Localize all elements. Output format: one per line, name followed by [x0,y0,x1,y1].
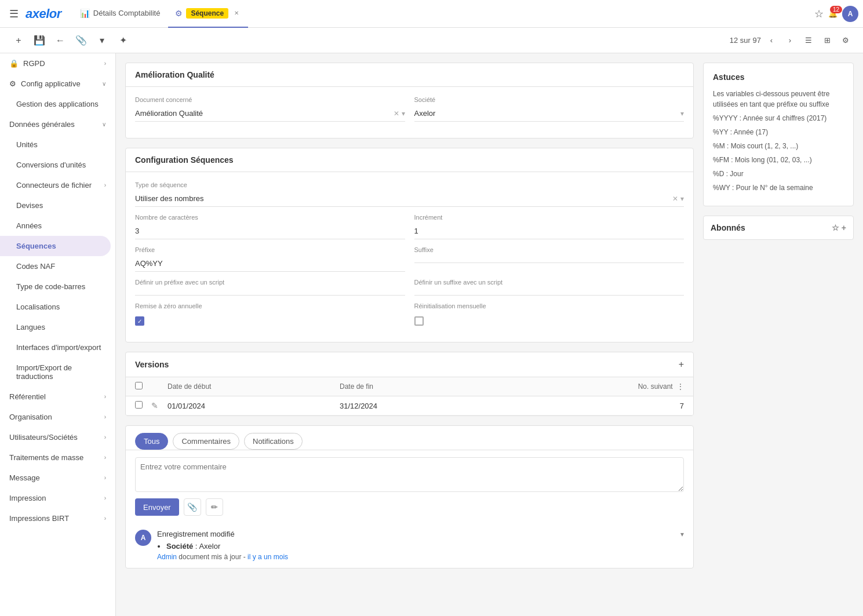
content-inner: Amélioration Qualité Document concerné A… [125,63,854,568]
sidebar-item-type-code-barres[interactable]: Type de code-barres [0,276,115,297]
sidebar-item-conversions-unites[interactable]: Conversions d'unités [0,155,115,175]
config-icon: ⚙ [9,79,16,88]
sidebar-item-message[interactable]: Message › [0,468,115,488]
add-button[interactable]: + [9,31,28,50]
sidebar-item-codes-naf[interactable]: Codes NAF [0,256,115,276]
suffixe-script-label: Définir un suffixe avec un script [414,279,684,286]
subscribers-add-icon[interactable]: + [842,223,846,232]
doc-concerne-icons: ✕ ▾ [394,110,405,118]
suffixe-script-field[interactable] [414,288,684,296]
sidebar-item-gestion-applications[interactable]: Gestion des applications [0,94,115,114]
sidebar-item-sequences[interactable]: Séquences [0,236,111,256]
sidebar-item-langues[interactable]: Langues [0,317,115,337]
type-sequence-field[interactable]: Utiliser des nombres ✕ ▾ [135,191,684,207]
next-page-button[interactable]: › [782,32,798,49]
sidebar-item-connecteurs-fichier[interactable]: Connecteurs de fichier › [0,175,115,195]
edit-row-icon[interactable]: ✎ [151,401,158,410]
sidebar-label-type-code: Type de code-barres [16,282,85,291]
envoyer-button[interactable]: Envoyer [135,498,179,516]
societe-label: Société [414,96,684,103]
sidebar-item-referentiel[interactable]: Référentiel › [0,387,115,407]
tip-item-2: %YY : Année (17) [713,127,844,137]
sidebar-item-traitements-masse[interactable]: Traitements de masse › [0,447,115,468]
suffixe-label: Suffixe [414,246,684,253]
sidebar-item-config-applicative[interactable]: ⚙ Config applicative ∨ [0,74,115,94]
dropdown-doc-icon[interactable]: ▾ [402,110,405,118]
prefixe-script-field[interactable] [135,288,405,296]
tab-sequence-close[interactable]: ✕ [232,9,241,18]
card-body: Document concerné Amélioration Qualité ✕… [126,87,693,138]
tab-sequence[interactable]: ⚙ Séquence ✕ [168,0,248,28]
save-button[interactable]: 💾 [30,31,49,50]
sidebar-item-donnees-generales[interactable]: Données générales ∨ [0,114,115,134]
comment-expand-icon[interactable]: ▾ [680,530,684,538]
prev-page-button[interactable]: ‹ [763,32,780,49]
sidebar-item-annees[interactable]: Années [0,216,115,236]
settings-button[interactable]: ⚙ [837,32,854,49]
versions-header: Versions + [126,352,693,377]
prefixe-field[interactable]: AQ%YY [135,256,405,272]
comment-time-link[interactable]: il y a un mois [247,553,288,561]
tip-item-4: %FM : Mois long (01, 02, 03, ...) [713,155,844,165]
favorite-icon[interactable]: ☆ [814,8,824,20]
back-button[interactable]: ← [51,31,70,50]
row-edit[interactable]: ✎ [151,401,167,410]
societe-field[interactable]: Axelor ▾ [414,105,684,122]
sidebar-item-devises[interactable]: Devises [0,195,115,216]
magic-button[interactable]: ✦ [114,31,132,50]
sidebar-label-annees: Années [16,221,42,230]
message-chevron: › [104,475,106,481]
suffixe-field[interactable] [414,256,684,263]
attach-button[interactable]: 📎 [72,31,90,50]
doc-concerne-field[interactable]: Amélioration Qualité ✕ ▾ [135,105,405,122]
row-checkbox[interactable] [135,401,143,409]
notification-badge[interactable]: 🔔 12 [828,9,837,18]
sidebar-item-impression[interactable]: Impression › [0,488,115,508]
sidebar-item-rgpd[interactable]: 🔒 RGPD › [0,53,115,74]
list-view-button[interactable]: ☰ [800,32,817,49]
subscribers-star-icon[interactable]: ☆ [832,223,839,232]
clear-doc-icon[interactable]: ✕ [394,110,399,118]
dropdown-type-icon[interactable]: ▾ [680,195,684,203]
nb-caracteres-field[interactable]: 3 [135,223,405,239]
dropdown-societe-icon[interactable]: ▾ [680,110,684,118]
impressions-birt-chevron: › [104,515,106,522]
reinit-mensuelle-checkbox[interactable] [414,316,424,326]
prefixe-group: Préfixe AQ%YY [135,246,405,272]
tab-tous[interactable]: Tous [135,433,168,450]
type-sequence-label: Type de séquence [135,181,684,188]
comment-admin-link[interactable]: Admin [157,553,177,561]
dropdown-button[interactable]: ▾ [93,31,111,50]
comment-textarea[interactable] [135,457,684,492]
tip-item-5: %D : Jour [713,169,844,179]
tab-sequence-icon: ⚙ [175,9,183,18]
utilisateurs-chevron: › [104,434,106,440]
prefixe-script-group: Définir un préfixe avec un script [135,279,405,296]
remise-zero-checkbox[interactable]: ✓ [135,316,144,326]
hamburger-button[interactable]: ☰ [5,5,23,23]
sidebar-item-utilisateurs-societes[interactable]: Utilisateurs/Sociétés › [0,427,115,447]
user-avatar[interactable]: A [842,6,858,22]
rgpd-icon: 🔒 [9,59,19,68]
versions-add-button[interactable]: + [679,359,684,370]
attach-comment-button[interactable]: 📎 [184,498,201,516]
tab-commentaires[interactable]: Commentaires [173,433,239,450]
sidebar-item-import-export[interactable]: Import/Export de traductions [0,358,115,387]
sidebar-item-localisations[interactable]: Localisations [0,297,115,317]
versions-table-header: Date de début Date de fin No. suivant ⋮ [126,377,693,396]
select-all-checkbox[interactable] [135,382,143,389]
config-chevron: ∨ [102,81,106,87]
increment-field[interactable]: 1 [414,223,684,239]
sidebar-item-impressions-birt[interactable]: Impressions BIRT › [0,508,115,528]
sidebar-item-organisation[interactable]: Organisation › [0,407,115,427]
tab-notifications[interactable]: Notifications [244,433,303,450]
table-view-button[interactable]: ⊞ [819,32,835,49]
sidebar-item-unites[interactable]: Unités [0,134,115,155]
versions-title: Versions [135,360,169,369]
clear-type-icon[interactable]: ✕ [672,195,678,203]
donnees-chevron: ∨ [102,121,106,127]
sidebar-item-interfaces[interactable]: Interfaces d'import/export [0,337,115,358]
sidebar-label-traitements: Traitements de masse [9,453,83,462]
tab-details-comptabilite[interactable]: 📊 Détails Comptabilité [73,0,167,28]
edit-comment-button[interactable]: ✏ [206,498,223,516]
